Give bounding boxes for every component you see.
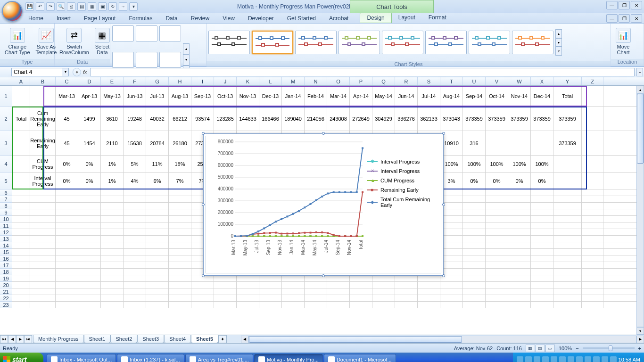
scroll-thumb[interactable] <box>637 94 644 164</box>
cell[interactable] <box>169 282 191 288</box>
cell[interactable]: 7% <box>169 173 191 189</box>
cell[interactable] <box>582 173 603 189</box>
cell[interactable] <box>78 275 101 281</box>
cell[interactable]: 2110 <box>101 131 124 155</box>
cell[interactable]: 26180 <box>169 131 191 155</box>
cell[interactable] <box>101 229 124 235</box>
cell[interactable]: Oct-14 <box>486 86 508 106</box>
cell[interactable]: 1454 <box>78 131 101 155</box>
sheet-tab[interactable]: Sheet2 <box>110 335 137 343</box>
cell[interactable] <box>191 282 214 288</box>
scroll-up-icon[interactable]: ▴ <box>555 29 562 38</box>
cell[interactable] <box>124 282 146 288</box>
cell[interactable] <box>553 288 582 295</box>
cell[interactable] <box>531 262 553 268</box>
column-header[interactable]: Y <box>553 77 582 85</box>
row-header[interactable]: 19 <box>0 275 12 282</box>
tab-insert[interactable]: Insert <box>50 14 77 23</box>
cell[interactable] <box>169 196 191 202</box>
cell[interactable] <box>553 255 582 262</box>
cell[interactable]: 3610 <box>101 107 124 131</box>
cell[interactable] <box>486 295 508 301</box>
cell[interactable] <box>56 229 78 235</box>
cell[interactable] <box>508 229 531 235</box>
cell[interactable]: 144633 <box>237 107 259 131</box>
cell[interactable] <box>282 302 305 308</box>
cell[interactable] <box>531 229 553 235</box>
cell[interactable]: May-13 <box>101 86 124 106</box>
cell[interactable] <box>463 242 486 248</box>
cell[interactable] <box>30 262 56 268</box>
worksheet-grid[interactable]: ABCDEFGHIJKLMNOPQRSTUVWXYZ 1234567891011… <box>0 77 644 335</box>
cell[interactable]: Total <box>553 86 582 106</box>
cell[interactable] <box>237 288 259 295</box>
cell[interactable] <box>508 131 531 155</box>
cell[interactable] <box>146 242 169 248</box>
name-box[interactable]: Chart 4 <box>11 68 62 76</box>
cell[interactable] <box>12 156 30 172</box>
cell[interactable] <box>418 288 440 295</box>
cell[interactable] <box>12 236 30 242</box>
cell[interactable] <box>101 196 124 202</box>
cell[interactable] <box>582 131 603 155</box>
cell[interactable] <box>101 249 124 255</box>
cell[interactable] <box>582 107 603 131</box>
cell[interactable] <box>259 302 282 308</box>
tray-icon[interactable] <box>610 356 617 362</box>
cell[interactable] <box>582 86 603 106</box>
cell[interactable] <box>508 262 531 268</box>
cell[interactable] <box>169 216 191 222</box>
cell[interactable] <box>101 275 124 281</box>
cell[interactable] <box>146 189 169 196</box>
cell[interactable] <box>440 209 463 215</box>
cell[interactable]: 20784 <box>146 131 169 155</box>
column-header[interactable]: Q <box>372 77 395 85</box>
embedded-chart[interactable]: 0100000200000300000400000500000600000700… <box>203 133 444 276</box>
save-icon[interactable]: 💾 <box>25 2 34 11</box>
cell[interactable] <box>350 288 372 295</box>
cell[interactable] <box>146 295 169 301</box>
tray-icon[interactable] <box>525 356 532 362</box>
cell[interactable] <box>101 295 124 301</box>
workbook-minimize-icon[interactable]: — <box>606 14 618 23</box>
cell[interactable]: Sep-13 <box>191 86 214 106</box>
column-header[interactable]: Z <box>582 77 603 85</box>
cell[interactable] <box>237 275 259 281</box>
cell[interactable] <box>12 255 30 262</box>
cell[interactable] <box>12 295 30 301</box>
chart-style-option[interactable] <box>512 31 553 54</box>
cell[interactable] <box>101 203 124 209</box>
cell[interactable] <box>30 236 56 242</box>
cell[interactable] <box>30 282 56 288</box>
cell[interactable]: 272649 <box>350 107 372 131</box>
cell[interactable] <box>553 189 582 196</box>
cell[interactable] <box>582 216 603 222</box>
tab-page-layout[interactable]: Page Layout <box>77 14 122 23</box>
cell[interactable] <box>486 255 508 262</box>
cell[interactable] <box>553 229 582 235</box>
fx-icon[interactable]: fx <box>83 69 87 75</box>
cell[interactable] <box>101 222 124 229</box>
cell[interactable] <box>169 242 191 248</box>
cell[interactable]: 40032 <box>146 107 169 131</box>
cell[interactable] <box>463 275 486 281</box>
cell[interactable] <box>553 173 582 189</box>
sheet-nav-prev-icon[interactable]: ◀ <box>8 335 16 343</box>
cell[interactable] <box>418 275 440 281</box>
tray-icon[interactable] <box>585 356 591 362</box>
cell[interactable] <box>146 222 169 229</box>
cell[interactable] <box>12 189 30 196</box>
cell[interactable]: 373359 <box>508 107 531 131</box>
cell[interactable] <box>214 295 237 301</box>
row-header[interactable]: 22 <box>0 295 12 302</box>
cell[interactable] <box>124 269 146 275</box>
cell[interactable] <box>101 216 124 222</box>
cell[interactable]: 0% <box>56 156 78 172</box>
workbook-restore-icon[interactable]: ❐ <box>619 14 630 23</box>
cell[interactable] <box>124 275 146 281</box>
column-header[interactable]: U <box>463 77 486 85</box>
cell[interactable] <box>372 282 395 288</box>
expand-icon[interactable]: ▿ <box>555 47 562 56</box>
cell[interactable]: Mar-13 <box>56 86 78 106</box>
qat-more-icon[interactable]: ▾ <box>129 2 138 11</box>
